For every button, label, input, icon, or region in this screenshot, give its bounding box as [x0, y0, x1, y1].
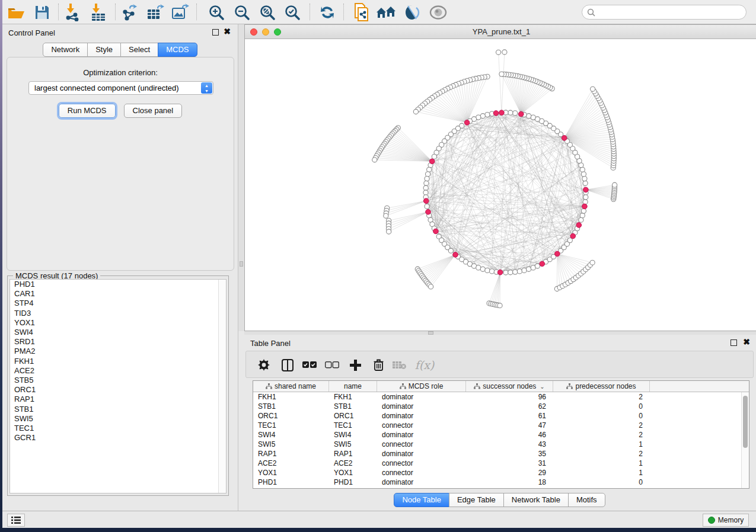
- result-list-item[interactable]: ORC1: [10, 385, 226, 395]
- export-table-icon[interactable]: [145, 2, 165, 23]
- column-header-label: shared name: [275, 382, 316, 390]
- table-scrollbar[interactable]: [741, 392, 749, 488]
- result-list-item[interactable]: SWI5: [10, 414, 226, 424]
- table-row[interactable]: SWI4SWI4dominator462: [253, 430, 749, 440]
- add-column-icon[interactable]: [348, 358, 362, 372]
- apply-layout-icon[interactable]: [317, 2, 337, 23]
- column-header-shared-name[interactable]: shared name: [253, 381, 329, 392]
- houses-icon[interactable]: [376, 2, 396, 23]
- node-table[interactable]: shared namenameMCDS rolesuccessor nodes⌄…: [253, 380, 749, 489]
- splitter-grip[interactable]: [240, 261, 243, 267]
- result-list-item[interactable]: GCR1: [10, 433, 226, 443]
- birds-eye-view-icon[interactable]: [428, 2, 448, 23]
- column-header-MCDS-role[interactable]: MCDS role: [377, 381, 466, 392]
- table-row[interactable]: ORC1ORC1dominator610: [253, 411, 749, 421]
- close-panel-icon[interactable]: ✖: [743, 338, 750, 347]
- table-cell: 18: [466, 477, 553, 487]
- mcds-result-list[interactable]: PHD1CAR1STP4TID3YOX1SWI4SRD1PMA2FKH1ACE2…: [9, 279, 227, 493]
- result-list-item[interactable]: ACE2: [10, 366, 226, 376]
- table-cell: RAP1: [253, 449, 329, 459]
- open-file-icon[interactable]: [6, 2, 26, 23]
- delete-column-icon[interactable]: [371, 358, 385, 372]
- function-builder-icon[interactable]: f(x): [414, 358, 435, 372]
- table-cell: connector: [377, 421, 466, 430]
- result-list-item[interactable]: RAP1: [10, 395, 226, 404]
- close-window-icon[interactable]: [250, 28, 257, 36]
- table-row[interactable]: STB1STB1dominator620: [253, 402, 749, 411]
- table-cell: 0: [553, 411, 650, 421]
- control-panel-title: Control Panel: [8, 28, 55, 37]
- zoom-in-icon[interactable]: [206, 2, 227, 23]
- memory-button[interactable]: Memory: [703, 514, 749, 527]
- table-row[interactable]: RAP1RAP1dominator352: [253, 449, 749, 459]
- float-panel-icon[interactable]: [731, 339, 737, 346]
- tab-network-table[interactable]: Network Table: [503, 493, 569, 507]
- export-network-icon[interactable]: [120, 2, 140, 23]
- result-list-item[interactable]: YOX1: [10, 318, 226, 328]
- search-field[interactable]: [582, 5, 747, 20]
- column-header-label: name: [344, 382, 362, 390]
- task-history-button[interactable]: [7, 514, 25, 527]
- table-row[interactable]: ACE2ACE2connector311: [253, 459, 749, 468]
- select-all-rows-icon[interactable]: [302, 358, 317, 372]
- tab-node-table[interactable]: Node Table: [394, 493, 449, 507]
- table-row[interactable]: TEC1TEC1connector472: [253, 421, 749, 430]
- table-panel-title: Table Panel: [250, 339, 291, 348]
- show-columns-icon[interactable]: [280, 358, 295, 372]
- result-list-item[interactable]: CAR1: [10, 289, 226, 299]
- result-list-item[interactable]: STB5: [10, 376, 226, 385]
- table-settings-gear-icon[interactable]: [257, 358, 271, 372]
- import-network-icon[interactable]: [63, 2, 83, 23]
- result-list-item[interactable]: SWI4: [10, 328, 226, 337]
- table-cell: dominator: [377, 430, 466, 440]
- result-list-item[interactable]: STP4: [10, 299, 226, 308]
- table-scroll-thumb[interactable]: [743, 396, 748, 448]
- tab-edge-table[interactable]: Edge Table: [449, 493, 504, 507]
- network-graph[interactable]: [245, 39, 756, 331]
- result-list-item[interactable]: SRD1: [10, 337, 226, 347]
- tab-network[interactable]: Network: [43, 43, 88, 57]
- column-header-name[interactable]: name: [329, 381, 377, 392]
- float-panel-icon[interactable]: [212, 29, 219, 36]
- save-session-icon[interactable]: [32, 2, 52, 23]
- zoom-selected-icon[interactable]: [282, 2, 302, 23]
- maximize-window-icon[interactable]: [274, 28, 281, 36]
- result-list-item[interactable]: FKH1: [10, 357, 226, 366]
- tab-select[interactable]: Select: [120, 43, 158, 57]
- search-input[interactable]: [598, 8, 734, 17]
- new-network-from-selection-icon[interactable]: [351, 2, 371, 23]
- table-cell: ACE2: [329, 459, 377, 468]
- deselect-all-rows-icon[interactable]: [325, 358, 339, 372]
- vertical-splitter[interactable]: [238, 24, 244, 331]
- table-row[interactable]: FKH1FKH1dominator962: [253, 392, 749, 402]
- column-header-predecessor-nodes[interactable]: predecessor nodes: [553, 381, 650, 392]
- result-list-scrollbar[interactable]: [218, 280, 226, 493]
- tab-motifs[interactable]: Motifs: [568, 493, 605, 507]
- zoom-fit-icon[interactable]: [257, 2, 277, 23]
- result-list-item[interactable]: TID3: [10, 309, 226, 318]
- network-window-titlebar[interactable]: YPA_prune.txt_1: [245, 25, 756, 39]
- result-list-item[interactable]: TEC1: [10, 424, 226, 433]
- delete-table-icon[interactable]: [392, 358, 406, 372]
- hide-graphics-details-icon[interactable]: [402, 2, 422, 23]
- run-mcds-button[interactable]: Run MCDS: [59, 104, 116, 118]
- tab-style[interactable]: Style: [87, 43, 121, 57]
- table-cell: dominator: [377, 402, 466, 411]
- minimize-window-icon[interactable]: [262, 28, 269, 36]
- table-row[interactable]: YOX1YOX1connector291: [253, 468, 749, 477]
- table-row[interactable]: SWI5SWI5connector431: [253, 440, 749, 449]
- import-table-icon[interactable]: [88, 2, 109, 23]
- export-image-icon[interactable]: [170, 2, 190, 23]
- result-list-item[interactable]: PMA2: [10, 347, 226, 356]
- column-header-successor-nodes[interactable]: successor nodes⌄: [466, 381, 553, 392]
- table-row[interactable]: PHD1PHD1dominator180: [253, 477, 749, 487]
- criterion-dropdown[interactable]: largest connected component (undirected)…: [28, 81, 213, 95]
- zoom-out-icon[interactable]: [232, 2, 252, 23]
- tab-mcds[interactable]: MCDS: [158, 43, 197, 57]
- close-panel-button[interactable]: Close panel: [124, 104, 183, 118]
- table-cell: dominator: [377, 477, 466, 487]
- result-list-item[interactable]: PHD1: [10, 280, 226, 289]
- result-list-item[interactable]: STB1: [10, 405, 226, 414]
- network-canvas[interactable]: [245, 39, 756, 331]
- close-panel-icon[interactable]: ✖: [224, 27, 231, 36]
